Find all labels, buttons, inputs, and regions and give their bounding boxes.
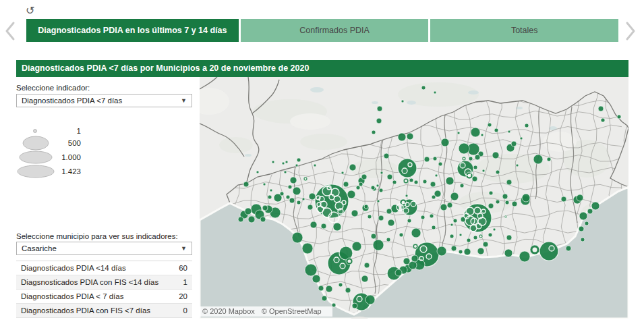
map-bubble[interactable] [288,185,292,189]
map-bubble[interactable] [398,133,406,141]
nav-chevron-left-icon[interactable] [4,21,16,41]
map-bubble[interactable] [423,180,427,184]
map-bubble[interactable] [272,161,274,163]
map-canvas[interactable]: © 2020 Mapbox© OpenStreetMap [200,77,628,319]
map-bubble[interactable] [297,158,301,162]
map-bubble[interactable] [361,275,368,282]
map-bubble[interactable] [476,223,481,229]
map-bubble[interactable] [292,232,303,243]
nav-chevron-right-icon[interactable] [624,21,637,41]
map-bubble[interactable] [520,137,523,140]
map-bubble[interactable] [376,184,379,187]
map-bubble[interactable] [473,236,477,240]
map-bubble[interactable] [347,190,355,198]
map-bubble[interactable] [438,162,442,166]
map-bubble[interactable] [343,182,349,187]
map-bubble[interactable] [317,206,324,213]
map-bubble[interactable] [316,196,320,200]
map-bubble[interactable] [352,303,357,308]
map-bubble[interactable] [488,233,492,237]
map-bubble[interactable] [512,201,517,207]
map-bubble[interactable] [312,275,320,283]
map-bubble[interactable] [496,200,500,204]
osm-attribution-link[interactable]: © OpenStreetMap [262,307,322,315]
map-bubble[interactable] [256,171,259,173]
map-bubble[interactable] [305,178,307,180]
map-bubble[interactable] [433,157,437,161]
map-bubble[interactable] [581,238,585,242]
map-bubble[interactable] [339,283,343,287]
map-bubble[interactable] [505,216,506,217]
map-bubble[interactable] [386,209,392,214]
map-bubble[interactable] [305,264,317,276]
map-bubble[interactable] [481,209,486,213]
map-bubble[interactable] [502,194,508,199]
map-bubble[interactable] [511,141,517,146]
map-bubble[interactable] [577,194,583,201]
map-bubble[interactable] [463,158,465,160]
map-bubble[interactable] [368,215,372,219]
map-bubble[interactable] [297,200,301,205]
map-bubble[interactable] [378,215,384,221]
map-bubble[interactable] [430,214,434,218]
map-bubble[interactable] [284,171,287,173]
map-bubble[interactable] [453,219,457,223]
map-bubble[interactable] [421,215,425,219]
map-bubble[interactable] [322,296,327,301]
map-bubble[interactable] [549,246,554,251]
map-bubble[interactable] [356,186,360,190]
map-bubble[interactable] [488,203,494,209]
map-bubble[interactable] [414,245,417,248]
map-bubble[interactable] [579,226,584,232]
map-bubble[interactable] [460,163,465,168]
map-bubble[interactable] [598,106,604,111]
map-bubble[interactable] [351,210,358,217]
map-bubble[interactable] [411,228,421,238]
map-bubble[interactable] [321,223,326,229]
map-bubble[interactable] [435,174,438,177]
map-bubble[interactable] [377,200,380,202]
map-bubble[interactable] [420,246,427,252]
tab-totales[interactable]: Totales [430,19,618,42]
map-bubble[interactable] [342,200,346,205]
map-bubble[interactable] [340,263,345,269]
map-bubble[interactable] [477,213,483,219]
map-bubble[interactable] [475,155,480,160]
map-bubble[interactable] [464,248,471,255]
map-bubble[interactable] [459,234,462,236]
map-bubble[interactable] [295,164,298,167]
map-bubble[interactable] [263,183,266,186]
map-bubble[interactable] [248,216,255,223]
map-bubble[interactable] [409,178,413,182]
map-bubble[interactable] [262,205,268,211]
map-bubble[interactable] [280,192,284,196]
map-bubble[interactable] [285,161,288,163]
map-bubble[interactable] [260,217,266,222]
map-bubble[interactable] [587,209,593,214]
map-bubble[interactable] [302,243,313,254]
indicator-select[interactable]: Diagnosticados PDIA <7 días ▼ [16,94,192,107]
map-bubble[interactable] [334,257,339,263]
map-bubble[interactable] [349,164,356,171]
map-bubble[interactable] [504,249,513,257]
map-bubble[interactable] [341,171,344,174]
map-bubble[interactable] [405,180,407,182]
map-bubble[interactable] [505,200,509,205]
map-bubble[interactable] [403,208,409,213]
map-bubble[interactable] [359,182,363,186]
map-bubble[interactable] [372,130,376,134]
municipio-select[interactable]: Casariche ▼ [16,242,192,255]
map-bubble[interactable] [379,188,383,192]
map-bubble[interactable] [561,196,566,202]
map-bubble[interactable] [471,128,480,137]
map-bubble[interactable] [373,240,384,250]
map-bubble[interactable] [446,177,454,185]
map-bubble[interactable] [365,295,375,304]
map-bubble[interactable] [508,130,510,133]
map-bubble[interactable] [424,157,430,162]
map-bubble[interactable] [364,205,368,209]
map-bubble[interactable] [386,238,390,242]
map-bubble[interactable] [392,180,397,184]
map-bubble[interactable] [411,255,418,262]
map-bubble[interactable] [268,195,272,199]
